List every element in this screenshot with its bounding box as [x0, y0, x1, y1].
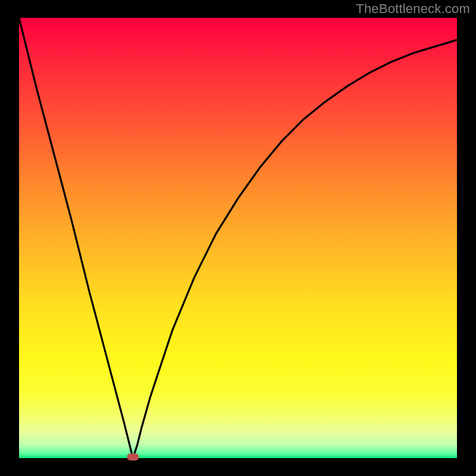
x-axis-bar — [19, 458, 457, 476]
chart-container: TheBottleneck.com — [0, 0, 476, 476]
plot-background — [19, 18, 457, 458]
minimum-marker — [127, 453, 139, 461]
chart-svg — [0, 0, 476, 476]
